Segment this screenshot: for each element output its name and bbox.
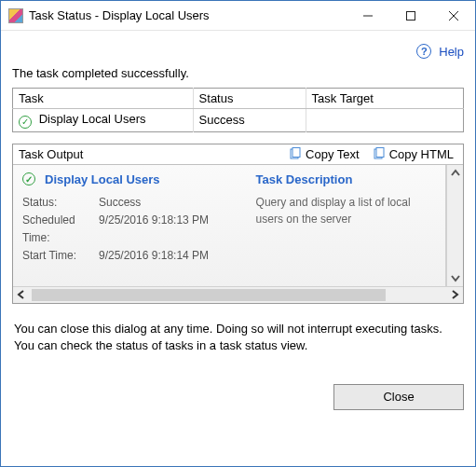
scroll-down-icon[interactable] <box>447 269 464 286</box>
kv-status: Status: Success <box>22 194 238 212</box>
minimize-button[interactable] <box>347 1 389 30</box>
task-output-body: ✓ Display Local Users Status: Success Sc… <box>13 165 463 286</box>
kv-status-label: Status: <box>22 194 99 212</box>
kv-start-value: 9/25/2016 9:18:14 PM <box>99 247 238 265</box>
task-output-content: ✓ Display Local Users Status: Success Sc… <box>13 165 446 286</box>
cell-target <box>306 109 463 132</box>
output-task-title: ✓ Display Local Users <box>22 172 238 186</box>
horizontal-scroll-track[interactable] <box>30 287 446 303</box>
task-output-header: Task Output Copy Text Copy HTML <box>13 144 463 165</box>
window-title: Task Status - Display Local Users <box>29 8 347 22</box>
copy-text-label: Copy Text <box>306 147 360 161</box>
close-button[interactable]: Close <box>333 384 464 410</box>
task-output-label: Task Output <box>19 147 285 161</box>
svg-line-3 <box>449 11 458 21</box>
output-desc-label: Task Description <box>256 172 436 186</box>
success-icon: ✓ <box>19 116 32 129</box>
copy-text-icon <box>289 147 302 160</box>
col-header-status[interactable]: Status <box>193 89 306 109</box>
kv-scheduled-label: Scheduled Time: <box>22 212 99 247</box>
titlebar: Task Status - Display Local Users <box>1 1 475 31</box>
hint-text: You can close this dialog at any time. D… <box>14 321 462 354</box>
vertical-scrollbar[interactable] <box>446 165 463 286</box>
minimize-icon <box>363 11 373 21</box>
task-output-panel: Task Output Copy Text Copy HTML ✓ Displa… <box>12 144 464 304</box>
help-link[interactable]: Help <box>439 45 464 59</box>
copy-html-icon <box>373 147 386 160</box>
client-area: ? Help The task completed successfully. … <box>1 31 475 421</box>
help-icon[interactable]: ? <box>416 44 431 59</box>
output-description: Query and display a list of local users … <box>256 194 436 227</box>
app-icon <box>8 8 23 23</box>
svg-rect-1 <box>407 11 415 20</box>
output-left-column: ✓ Display Local Users Status: Success Sc… <box>13 165 247 286</box>
table-row[interactable]: ✓ Display Local Users Success <box>13 109 464 132</box>
svg-line-2 <box>449 11 458 21</box>
copy-text-button[interactable]: Copy Text <box>285 147 363 161</box>
col-header-task[interactable]: Task <box>13 89 194 109</box>
kv-scheduled: Scheduled Time: 9/25/2016 9:18:13 PM <box>22 212 238 247</box>
cell-status: Success <box>193 109 306 132</box>
horizontal-scrollbar[interactable] <box>13 286 463 303</box>
horizontal-scroll-thumb[interactable] <box>32 289 386 301</box>
copy-html-label: Copy HTML <box>389 147 454 161</box>
kv-start-label: Start Time: <box>22 247 99 265</box>
copy-html-button[interactable]: Copy HTML <box>369 147 457 161</box>
summary-text: The task completed successfully. <box>12 66 464 80</box>
close-icon <box>449 11 458 21</box>
scroll-left-icon[interactable] <box>13 286 30 303</box>
close-window-button[interactable] <box>432 1 475 30</box>
scroll-up-icon[interactable] <box>447 165 464 182</box>
output-task-name: Display Local Users <box>45 172 160 186</box>
col-header-target[interactable]: Task Target <box>306 89 463 109</box>
kv-scheduled-value: 9/25/2016 9:18:13 PM <box>99 212 238 247</box>
kv-status-value: Success <box>99 194 238 212</box>
maximize-icon <box>406 11 415 21</box>
success-icon: ✓ <box>22 172 35 185</box>
svg-rect-5 <box>292 148 300 158</box>
task-table: Task Status Task Target ✓ Display Local … <box>12 88 464 132</box>
svg-rect-7 <box>376 148 384 158</box>
output-right-column: Task Description Query and display a lis… <box>247 165 445 286</box>
window-buttons <box>347 1 475 30</box>
cell-task: Display Local Users <box>39 112 146 126</box>
footer: Close <box>12 384 464 410</box>
kv-start: Start Time: 9/25/2016 9:18:14 PM <box>22 247 238 265</box>
help-row: ? Help <box>12 38 464 64</box>
maximize-button[interactable] <box>389 1 432 30</box>
scroll-right-icon[interactable] <box>446 286 463 303</box>
